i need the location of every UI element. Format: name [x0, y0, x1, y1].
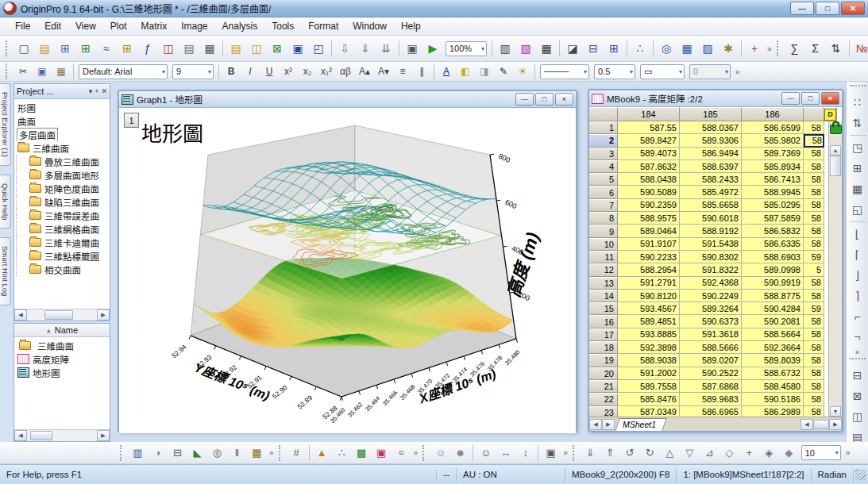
row-header[interactable]: 3 [589, 148, 618, 160]
row-header[interactable]: 19 [589, 354, 618, 367]
fill-color-icon[interactable]: ◧ [457, 63, 474, 80]
align-columns-icon[interactable]: ∥ [413, 63, 430, 80]
row-header[interactable]: 17 [589, 328, 618, 341]
toolbar-overflow-chevron[interactable]: » [843, 448, 853, 457]
matrix-restore-button[interactable]: □ [801, 92, 820, 105]
graph-window[interactable]: Graph1 - 地形圖 — □ × 1 地形圖 35.46035.46235.… [118, 90, 577, 432]
matrix-cell[interactable]: 588.8775 [742, 290, 804, 302]
panel-close-icon[interactable]: ✕ [101, 87, 107, 95]
toolbar-overflow-chevron[interactable]: » [765, 44, 774, 53]
open-graph-template-icon[interactable]: ◫ [247, 39, 266, 58]
paste-icon[interactable]: ▦ [52, 63, 70, 80]
matrix-cell[interactable]: 586.9494 [680, 148, 742, 160]
rescale-y-icon[interactable]: ↕ [516, 444, 534, 462]
new-right-axis-icon[interactable]: ⌉ [848, 286, 867, 305]
matrix-cell[interactable]: 587.5859 [742, 212, 804, 225]
menu-edit[interactable]: Edit [37, 19, 68, 33]
dropdown-arrow-icon[interactable]: ▾ [677, 68, 682, 75]
run-labtalk-script-icon[interactable]: ▶ [423, 39, 442, 58]
matrix-cell[interactable]: 591.2791 [618, 277, 680, 290]
side-tab-smart-hint-log[interactable]: Smart Hint Log [0, 237, 11, 305]
toolbar-overflow-chevron[interactable]: » [733, 67, 743, 76]
menu-analysis[interactable]: Analysis [215, 19, 265, 33]
new-matrix-icon[interactable]: ⊞ [118, 39, 137, 58]
matrix-cell[interactable]: 587.8632 [618, 160, 680, 173]
sub-superscript-icon[interactable]: x₁² [318, 63, 335, 80]
list-item-graph[interactable]: 地形圖 [17, 366, 110, 379]
matrix-cell[interactable]: 590.9919 [742, 277, 804, 290]
matrix-cell[interactable]: 586.5832 [742, 225, 804, 237]
options-icon[interactable]: ✱ [719, 39, 738, 58]
matrix-cell[interactable]: 58 [804, 160, 824, 173]
row-header[interactable]: 14 [589, 290, 618, 302]
print-icon[interactable]: ▥ [496, 39, 515, 58]
scroll-left-icon[interactable]: ◀ [14, 430, 27, 441]
panel-pin-icon[interactable]: + [95, 87, 98, 95]
matrix-cell[interactable]: 58 [804, 341, 824, 354]
tree-selected-folder[interactable]: 多层曲面 [16, 128, 110, 141]
matrix-cell[interactable]: 588.2433 [680, 173, 742, 186]
matrix-cell[interactable]: 589.0464 [618, 225, 680, 237]
matrix-window[interactable]: MBook9 - 高度矩陣 :2/2 — □ × 184185186D 1587… [588, 89, 843, 432]
new-left-axis-icon[interactable]: ⌊ [848, 225, 867, 244]
matrix-cell[interactable]: 58 [804, 290, 824, 302]
dropdown-arrow-icon[interactable]: ▾ [479, 45, 484, 52]
add-layer-top-x-icon[interactable]: ◳ [848, 138, 867, 157]
matrix-cell[interactable]: 592.3664 [742, 341, 804, 354]
rotate-clockwise-icon[interactable]: ↻ [641, 444, 659, 462]
open-file-icon[interactable]: ▤ [226, 39, 245, 58]
project-explorer-toggle-icon[interactable]: ∴ [631, 39, 650, 58]
matrix-cell[interactable]: 588.6397 [680, 160, 742, 173]
matrix-cell[interactable]: 58 [804, 225, 824, 237]
matrix-cell[interactable]: 590.4284 [742, 302, 804, 315]
matrix-cell[interactable]: 58 [804, 277, 824, 290]
side-tab-quick-help[interactable]: Quick Help [0, 175, 11, 229]
matrix-cell[interactable]: 588.2954 [618, 263, 680, 276]
greek-symbols-icon[interactable]: αβ [337, 63, 354, 80]
matrix-cell[interactable]: 588.4580 [742, 380, 804, 393]
resize-grip[interactable] [855, 469, 866, 480]
matrix-cell[interactable]: 587.6868 [680, 380, 742, 393]
column-statistics-icon[interactable]: Σ [806, 39, 825, 58]
scroll-thumb[interactable] [44, 310, 73, 320]
row-header[interactable]: 5 [589, 173, 618, 186]
matrix-cell[interactable]: 592.4368 [680, 277, 742, 290]
3d-scatter-plot-icon[interactable]: ∴ [333, 444, 351, 462]
worksheet-query-icon[interactable]: ▦ [677, 39, 696, 58]
border-style-select[interactable]: ▭▾ [640, 64, 685, 79]
matrix-cell[interactable]: 593.8885 [618, 328, 680, 341]
dropdown-arrow-icon[interactable]: ▾ [581, 68, 587, 75]
tree-clipped-item[interactable]: 形圖 [16, 101, 110, 114]
matrix-cell[interactable]: 590.2522 [680, 367, 742, 380]
scroll-left-icon[interactable]: ◀ [14, 309, 27, 321]
zoom-tool-icon[interactable]: ◎ [657, 39, 676, 58]
new-notes-icon[interactable]: ▤ [179, 39, 199, 58]
tree-folder-item[interactable]: 多層曲面地形 [16, 168, 110, 182]
matrix-minimize-button[interactable]: — [781, 92, 800, 105]
matrix-cell[interactable]: 589.3264 [680, 302, 742, 315]
matrix-cell[interactable]: 586.6965 [680, 406, 742, 417]
unmask-points-icon[interactable]: ☻ [451, 444, 469, 462]
tree-folder-item[interactable]: 矩陣色度曲面 [16, 182, 110, 195]
reset-rotation-icon[interactable]: + [740, 444, 758, 462]
matrix-cell[interactable]: 589.8039 [742, 354, 804, 367]
matrix-cell[interactable]: 585.9802 [742, 134, 804, 147]
matrix-cell[interactable]: 588.9192 [680, 225, 742, 237]
project-tree-hscrollbar[interactable]: ◀ ▶ [14, 309, 110, 321]
row-header[interactable]: 23 [589, 406, 618, 417]
add-layer-grid-icon[interactable]: ▦ [848, 179, 867, 198]
open-excel-book-icon[interactable]: ⊠ [268, 39, 287, 58]
matrix-cell[interactable]: 590.2249 [680, 290, 742, 302]
row-header[interactable]: 7 [589, 199, 618, 212]
column-header[interactable]: 186 [742, 107, 804, 121]
matrix-cell[interactable]: 58 [804, 173, 824, 186]
row-header[interactable]: 11 [589, 251, 618, 263]
matrix-cell[interactable]: 588.9038 [618, 354, 680, 367]
import-wizard-icon[interactable]: ⇩ [335, 39, 354, 58]
tree-folder-item[interactable]: 缺陷三維曲面 [16, 195, 110, 209]
graph-minimize-button[interactable]: — [515, 93, 534, 106]
scroll-right-icon[interactable]: ▶ [97, 309, 110, 321]
extract-to-layers-icon[interactable]: ⊟ [848, 366, 867, 385]
menu-window[interactable]: Window [345, 19, 394, 33]
row-header[interactable]: 20 [589, 367, 618, 380]
